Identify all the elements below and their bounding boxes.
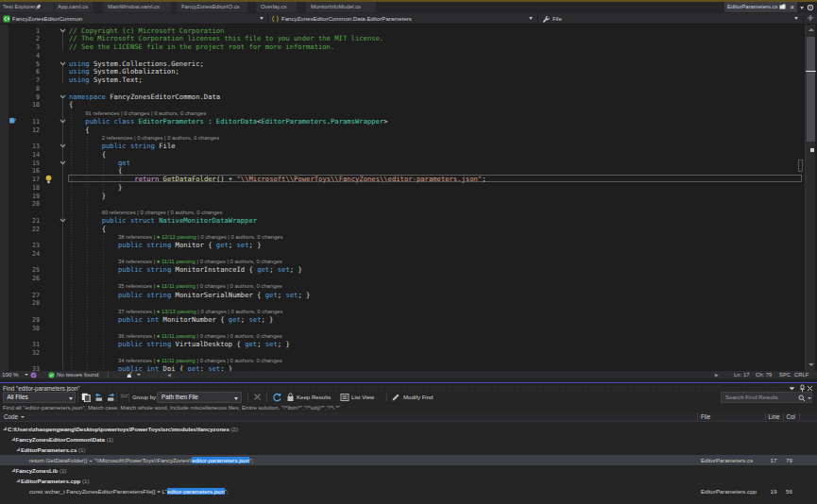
chevron-down-icon — [69, 397, 73, 400]
list-view-icon[interactable] — [340, 393, 349, 402]
health-status-text[interactable]: No issues found — [57, 371, 98, 379]
scroll-up-icon[interactable] — [808, 28, 814, 31]
codelens-indicator[interactable]: 34 references | ● 11/11 passing | 0 chan… — [118, 259, 282, 264]
tab-monitorinfomodel-cs[interactable]: MonitorInfoModel.cs — [306, 2, 376, 12]
decor — [60, 94, 66, 99]
navbar-type-dropdown[interactable]: FancyZonesEditorCommon.Data.EditorParame… — [281, 13, 412, 25]
line-number: 9 — [19, 93, 40, 101]
result-group-row[interactable]: EditorParameters.cpp (1) — [0, 476, 817, 486]
fold-chevron-icon[interactable] — [60, 218, 66, 223]
keep-open-icon[interactable] — [779, 4, 786, 9]
zoom-chevron-down-icon[interactable] — [25, 374, 28, 376]
navbar-member-dropdown[interactable]: File — [553, 13, 562, 25]
text-token: using — [69, 76, 90, 84]
match-col-cell: 79 — [780, 455, 799, 465]
code-cleanup-broom-icon[interactable] — [126, 371, 134, 379]
result-match-row[interactable]: const wchar_t FancyZonesEditorParameters… — [0, 486, 817, 496]
result-group-row[interactable]: C:\Users\zhaopengwang\Desktop\powertoys\… — [0, 424, 817, 434]
refresh-icon[interactable] — [272, 393, 281, 402]
codelens-indicator[interactable]: 36 references | ● 11/11 passing | 0 chan… — [118, 333, 282, 339]
lightbulb-icon[interactable] — [44, 175, 53, 184]
text-token: ▶ — [715, 372, 719, 378]
code-line: using System.Text; — [69, 76, 143, 84]
previous-location-icon[interactable] — [94, 393, 104, 402]
expander-triangle-icon[interactable] — [16, 447, 20, 451]
result-group-row[interactable]: FancyZonesLib (1) — [0, 465, 817, 476]
column-header-col[interactable]: Col — [787, 412, 795, 422]
codelens-indicator[interactable]: 2 references | 0 changes | 0 authors, 0 … — [102, 135, 220, 141]
codelens-indicator[interactable]: 37 references | ● 13/13 passing | 0 chan… — [118, 309, 283, 314]
gear-icon[interactable] — [807, 4, 814, 11]
fold-chevron-icon[interactable] — [60, 94, 66, 99]
text-token: ● 12/12 passing — [157, 234, 196, 240]
editor-vertical-scrollbar[interactable] — [805, 25, 816, 371]
fold-chevron-icon[interactable] — [60, 160, 66, 165]
result-group-row[interactable]: FancyZonesEditorCommon\Data (1) — [0, 434, 817, 445]
zoom-level[interactable]: 100 % — [2, 371, 19, 379]
column-separator — [765, 413, 766, 421]
tab-editorparameters-preview[interactable]: EditorParameters.cs✕ — [724, 2, 797, 12]
modify-find-button[interactable]: Modify Find — [403, 391, 434, 404]
codelens-indicator[interactable]: 38 references | ● 12/12 passing | 0 chan… — [118, 234, 283, 240]
split-editor-icon[interactable] — [807, 14, 815, 23]
hscroll-left-icon[interactable]: ◀ — [167, 371, 171, 379]
tab-test-explorer[interactable]: Test Explorer — [0, 2, 54, 12]
project-chevron-down-icon[interactable] — [260, 17, 264, 20]
expander-triangle-icon[interactable] — [11, 437, 15, 441]
decor — [9, 118, 15, 124]
tab-app-xaml-cs[interactable]: App.xaml.cs — [55, 2, 93, 12]
tab-mainwindow-xaml-cs[interactable]: MainWindow.xaml.cs — [103, 2, 171, 12]
search-chevron-down-icon[interactable] — [808, 397, 811, 399]
tab-fancyzoneseditorio-cs[interactable]: FancyZonesEditorIO.cs — [177, 2, 247, 12]
fold-chevron-icon[interactable] — [60, 119, 66, 124]
code-editor[interactable]: 1// Copyright (c) Microsoft Corporation2… — [0, 25, 817, 371]
decor — [60, 61, 66, 66]
status-spaces-mode[interactable]: SPC — [779, 371, 791, 379]
navbar-project-dropdown[interactable]: FancyZonesEditorCommon — [12, 13, 82, 25]
cleanup-chevron-down-icon[interactable] — [137, 374, 141, 376]
copy-icon[interactable] — [81, 393, 91, 402]
pencil-icon[interactable] — [391, 393, 400, 402]
codelens-indicator[interactable]: 91 references | 0 changes | 0 authors, 0… — [85, 110, 206, 116]
codelens-indicator[interactable]: 34 references | ● 11/11 passing | 0 chan… — [118, 358, 282, 363]
group-by-dropdown[interactable]: Path then File — [157, 392, 242, 403]
result-group-row[interactable]: EditorParameters.cs (1) — [0, 445, 817, 455]
document-health-icon[interactable] — [30, 371, 37, 378]
lock-icon[interactable] — [286, 393, 296, 402]
expander-triangle-icon[interactable] — [16, 479, 20, 482]
search-icon[interactable] — [798, 395, 806, 402]
type-chevron-down-icon[interactable] — [529, 17, 533, 20]
member-chevron-down-icon[interactable] — [794, 17, 798, 20]
fold-chevron-icon[interactable] — [60, 143, 66, 148]
expander-triangle-icon[interactable] — [11, 468, 15, 472]
hscroll-right-icon[interactable]: ▶ — [715, 371, 719, 379]
scope-dropdown[interactable]: All Files — [3, 392, 76, 403]
tab-list-chevron-down-icon[interactable] — [800, 7, 804, 9]
editor-navigation-bar: FancyZonesEditorCommonFancyZonesEditorCo… — [0, 13, 817, 25]
column-header-file[interactable]: File — [701, 412, 710, 422]
expander-triangle-icon[interactable] — [3, 427, 7, 430]
text-token: { — [245, 265, 257, 274]
scrollbar-thumb[interactable] — [807, 37, 815, 142]
pin-icon[interactable] — [35, 4, 42, 10]
decor — [286, 393, 295, 402]
group-label: EditorParameters.cs (1) — [21, 445, 85, 455]
close-icon[interactable]: ✕ — [790, 2, 794, 12]
list-view-button[interactable]: List View — [351, 391, 374, 404]
column-header-line[interactable]: Line — [769, 412, 780, 422]
column-header-code[interactable]: Code — [4, 412, 18, 422]
search-find-results-input[interactable]: Search Find Results — [721, 392, 812, 403]
codelens-indicator[interactable]: 60 references | 0 changes | 0 authors, 0… — [102, 210, 223, 215]
codelens-indicator[interactable]: 35 references | ● 11/11 passing | 0 chan… — [118, 283, 282, 289]
result-match-row[interactable]: return GetDataFolder() + "\\Microsoft\\P… — [0, 455, 817, 465]
hscrollbar-track[interactable] — [175, 371, 713, 378]
text-token: public int — [118, 315, 163, 324]
scroll-down-icon[interactable] — [808, 363, 814, 366]
fold-chevron-icon[interactable] — [60, 28, 66, 33]
keep-results-button[interactable]: Keep Results — [297, 391, 331, 404]
next-location-icon[interactable] — [106, 393, 115, 402]
tab-overlay-cs[interactable]: Overlay.cs — [256, 2, 297, 12]
text-token: ; } — [248, 241, 261, 249]
status-line-ending[interactable]: CRLF — [794, 371, 808, 379]
fold-chevron-icon[interactable] — [60, 61, 66, 66]
